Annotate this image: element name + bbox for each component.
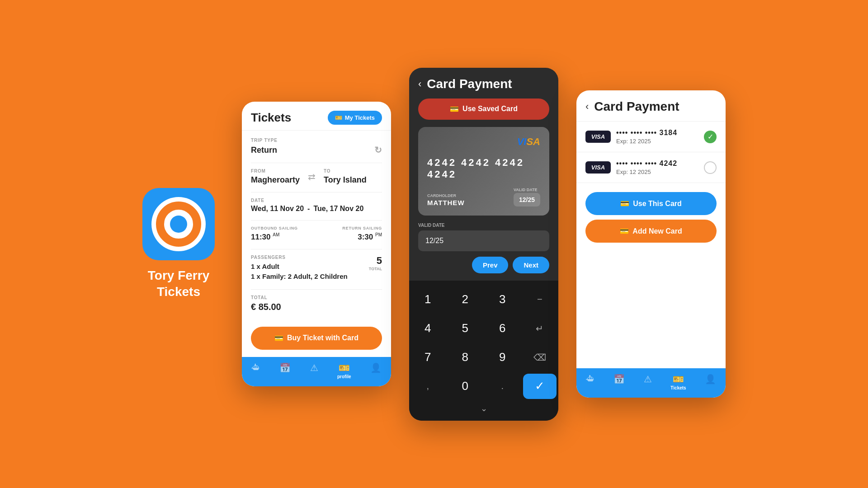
app-info: Tory Ferry Tickets — [142, 188, 215, 300]
card-selected-icon-1: ✓ — [704, 131, 717, 143]
numpad-6[interactable]: 6 — [484, 314, 521, 343]
back-button[interactable]: ‹ — [418, 78, 421, 90]
card-details-row: CARDHOLDER MATTHEW VALID DATE 12/25 — [427, 188, 540, 206]
screen3-card-payment-light: ‹ Card Payment VISA •••• •••• •••• 3184 … — [576, 90, 726, 398]
screen3-header: ‹ Card Payment — [576, 90, 726, 122]
nav3-alert[interactable]: ⚠ — [644, 374, 652, 390]
numpad-dot[interactable]: . — [484, 372, 521, 401]
nav-alert[interactable]: ⚠ — [310, 362, 318, 379]
total-label: TOTAL — [251, 295, 382, 300]
valid-date-input[interactable] — [418, 230, 549, 251]
passenger-total-badge: 5 TOTAL — [369, 255, 382, 271]
screen1-nav: ⛴ 📅 ⚠ 🎫 profile 👤 — [242, 357, 391, 386]
screen1-body: TRIP TYPE Return ↻ FROM Magheroarty ⇄ TO — [242, 131, 391, 319]
numpad-comma[interactable]: , — [409, 372, 447, 401]
numpad-2[interactable]: 2 — [447, 285, 484, 314]
saved-card-item-1[interactable]: VISA •••• •••• •••• 3184 Exp: 12 2025 ✓ — [576, 122, 726, 152]
nav3-calendar[interactable]: 📅 — [613, 374, 625, 390]
numpad-3[interactable]: 3 — [484, 285, 521, 314]
swap-icon[interactable]: ⇄ — [308, 171, 316, 182]
route-row: FROM Magheroarty ⇄ TO Tory Island — [251, 169, 382, 185]
screen2-card-payment: ‹ Card Payment 💳 Use Saved Card VISA 424… — [409, 68, 558, 421]
outbound-col: OUTBOUND SAILING 11:30 AM — [251, 226, 298, 242]
refresh-icon[interactable]: ↻ — [374, 145, 382, 155]
my-tickets-button[interactable]: 🎫 My Tickets — [328, 111, 382, 125]
back-button-light[interactable]: ‹ — [585, 101, 589, 113]
screen2-title: Card Payment — [427, 77, 512, 91]
cardholder-group: CARDHOLDER MATTHEW — [427, 193, 465, 206]
numpad-5[interactable]: 5 — [447, 314, 484, 343]
nav-tickets[interactable]: 🎫 profile — [337, 362, 351, 379]
to-label: TO — [324, 169, 367, 174]
use-saved-card-button[interactable]: 💳 Use Saved Card — [418, 99, 549, 120]
numpad-7[interactable]: 7 — [409, 343, 447, 372]
return-label: RETURN SAILING — [342, 226, 382, 230]
return-time: 3:30 PM — [342, 232, 382, 242]
screen3-nav: ⛴ 📅 ⚠ 🎫 Tickets 👤 — [576, 368, 726, 398]
date-row: Wed, 11 Nov 20 - Tue, 17 Nov 20 — [251, 205, 382, 213]
valid-date-group: VALID DATE 12/25 — [514, 188, 540, 206]
nav3-ferry[interactable]: ⛴ — [586, 374, 595, 390]
visa-badge-1: VISA — [585, 131, 611, 143]
prev-button[interactable]: Prev — [472, 257, 509, 273]
saved-card-item-2[interactable]: VISA •••• •••• •••• 4242 Exp: 12 2025 — [576, 152, 726, 183]
nav-row: Prev Next — [409, 257, 558, 281]
screen3-spacer — [576, 243, 726, 368]
card-icon-use: 💳 — [620, 199, 629, 208]
trip-type-group: TRIP TYPE Return ↻ — [251, 138, 382, 155]
numpad-4[interactable]: 4 — [409, 314, 447, 343]
date-group: DATE Wed, 11 Nov 20 - Tue, 17 Nov 20 — [251, 198, 382, 213]
outbound-time: 11:30 AM — [251, 232, 298, 242]
main-container: Tory Ferry Tickets Tickets 🎫 My Tickets … — [0, 68, 868, 421]
nav3-profile[interactable]: 👤 — [705, 374, 716, 390]
from-label: FROM — [251, 169, 300, 174]
app-name: Tory Ferry Tickets — [148, 267, 209, 300]
use-this-card-button[interactable]: 💳 Use This Card — [585, 192, 717, 215]
app-icon — [142, 188, 215, 260]
from-value: Magheroarty — [251, 175, 300, 185]
numpad-1[interactable]: 1 — [409, 285, 447, 314]
card-top-row: VISA — [427, 136, 540, 148]
nav-calendar[interactable]: 📅 — [279, 362, 291, 379]
valid-date-input-area: VALID DATE — [418, 223, 549, 251]
valid-date-input-label: VALID DATE — [418, 223, 549, 228]
numpad-enter[interactable]: ↵ — [521, 314, 559, 343]
passengers-info: PASSENGERS 1 x Adult 1 x Family: 2 Adult… — [251, 255, 348, 282]
screen2-header: ‹ Card Payment — [409, 68, 558, 99]
card-info-2: •••• •••• •••• 4242 Exp: 12 2025 — [616, 160, 698, 175]
total-section: TOTAL € 85.00 — [251, 295, 382, 312]
passenger1: 1 x Adult — [251, 262, 348, 272]
numpad-0[interactable]: 0 — [447, 372, 484, 401]
screen1-header: Tickets 🎫 My Tickets — [242, 102, 391, 131]
visa-logo: VISA — [427, 136, 540, 148]
next-button[interactable]: Next — [513, 257, 549, 273]
add-new-card-button[interactable]: 💳 Add New Card — [585, 220, 717, 243]
card-exp-2: Exp: 12 2025 — [616, 169, 698, 175]
nav-ferry[interactable]: ⛴ — [251, 362, 260, 379]
to-value: Tory Island — [324, 175, 367, 185]
numpad-confirm[interactable]: ✓ — [523, 374, 557, 399]
route-group: FROM Magheroarty ⇄ TO Tory Island — [251, 169, 382, 185]
card-info-1: •••• •••• •••• 3184 Exp: 12 2025 — [616, 129, 698, 145]
card-exp-1: Exp: 12 2025 — [616, 138, 698, 145]
nav3-tickets[interactable]: 🎫 Tickets — [670, 374, 686, 390]
app-icon-center — [170, 216, 187, 233]
numpad-8[interactable]: 8 — [447, 343, 484, 372]
card-number: 4242 4242 4242 4242 — [427, 157, 540, 180]
sailing-group: OUTBOUND SAILING 11:30 AM RETURN SAILING… — [251, 226, 382, 242]
buy-ticket-button[interactable]: 💳 Buy Ticket with Card — [251, 327, 382, 350]
numpad-9[interactable]: 9 — [484, 343, 521, 372]
cardholder-value: MATTHEW — [427, 199, 465, 206]
numpad-minus[interactable]: − — [521, 285, 559, 314]
return-col: RETURN SAILING 3:30 PM — [342, 226, 382, 242]
passenger2: 1 x Family: 2 Adult, 2 Children — [251, 272, 348, 282]
card-number-masked-2: •••• •••• •••• 4242 — [616, 160, 698, 168]
screen3-title: Card Payment — [594, 99, 679, 114]
card-unselected-icon-2 — [704, 161, 717, 174]
card-icon-add: 💳 — [620, 227, 629, 235]
numpad-backspace[interactable]: ⌫ — [521, 343, 559, 372]
numpad-grid: 1 2 3 − 4 5 6 ↵ 7 8 9 ⌫ , 0 . ✓ — [409, 285, 558, 401]
ticket-icon: 🎫 — [335, 114, 342, 121]
nav-profile[interactable]: 👤 — [370, 362, 382, 379]
cardholder-label: CARDHOLDER — [427, 193, 465, 198]
